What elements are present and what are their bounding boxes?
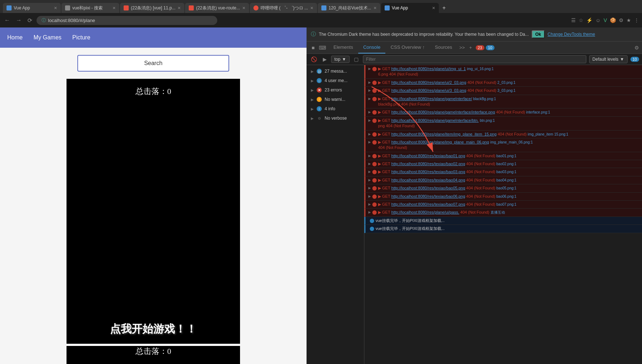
sidebar-item-messages[interactable]: ▶ ▤ 27 messa... <box>307 67 364 76</box>
tab-7-close[interactable]: ✕ <box>432 6 435 10</box>
reader-mode-icon[interactable]: ☰ <box>571 17 576 23</box>
messages-label: 27 messa... <box>325 69 347 74</box>
expand-msg-8[interactable]: ▶ <box>368 140 371 144</box>
inspect-element-button[interactable]: ■ <box>309 42 317 53</box>
expand-msg-5[interactable]: ▶ <box>368 110 371 114</box>
error-url-11[interactable]: http://localhost:8080/res/texiao/bao03.p… <box>391 170 465 174</box>
context-selector[interactable]: top ▼ <box>331 56 350 63</box>
bookmarks-icon[interactable]: ★ <box>626 17 631 23</box>
expand-msg-6[interactable]: ▶ <box>368 119 371 122</box>
error-url-4[interactable]: http://localhost:8080/res/plane/gameInte… <box>391 97 472 101</box>
error-url-8[interactable]: http://localhost:8080/res/plane/img_plan… <box>391 140 489 144</box>
start-game-text[interactable]: 点我开始游戏！！ <box>110 322 197 337</box>
sidebar-item-info[interactable]: ▶ i 4 info <box>307 104 364 114</box>
tab-2[interactable]: vue和pixi - 搜索 ✕ <box>61 3 119 13</box>
change-theme-link[interactable]: Change DevTools theme <box>548 32 595 37</box>
tab-2-close[interactable]: ✕ <box>112 6 116 10</box>
error-url-2[interactable]: http://localhost:8080/res/plane/ui/2_03.… <box>391 80 466 85</box>
error-url-1[interactable]: http://localhost:8080/res/plane/ui/img_u… <box>391 67 466 71</box>
expand-msg-10[interactable]: ▶ <box>368 162 371 166</box>
tab-1-icon <box>7 5 12 10</box>
expand-msg-16[interactable]: ▶ <box>368 210 371 214</box>
error-url-14[interactable]: http://localhost:8080/res/texiao/bao06.p… <box>391 194 465 198</box>
expand-msg-15[interactable]: ▶ <box>368 202 371 206</box>
nav-home[interactable]: Home <box>7 34 23 41</box>
console-message-6: ▶ ▶ GET http://localhost:8080/res/plane/… <box>364 117 642 130</box>
extensions-icon[interactable]: ⚡ <box>586 17 592 23</box>
forward-button[interactable]: → <box>14 16 23 24</box>
expand-msg-1[interactable]: ▶ <box>368 67 371 70</box>
tab-7[interactable]: Vue App ✕ <box>381 3 439 13</box>
game-canvas[interactable]: 总击落：0 点我开始游戏！！ 总击落：0 <box>67 79 240 364</box>
error-url-13[interactable]: http://localhost:8080/res/texiao/bao05.p… <box>391 186 465 190</box>
profile-icon[interactable]: ☺ <box>595 17 600 23</box>
preserve-log-button[interactable]: ▢ <box>352 56 360 63</box>
tab-4[interactable]: (22条消息) vue-route... ✕ <box>185 3 249 13</box>
devtools-settings-button[interactable]: ⚙ <box>634 45 639 51</box>
expand-msg-3[interactable]: ▶ <box>368 89 371 92</box>
tab-elements[interactable]: Elements <box>328 42 358 53</box>
sidebar-item-user-messages[interactable]: ▶ ☺ 4 user me... <box>307 76 364 85</box>
error-url-6[interactable]: http://localhost:8080/res/plane/gameInte… <box>391 118 479 123</box>
error-url-15[interactable]: http://localhost:8080/res/texiao/bao07.p… <box>391 202 465 206</box>
expand-msg-9[interactable]: ▶ <box>368 154 371 158</box>
vuejs-icon[interactable]: V <box>604 17 607 23</box>
clear-console-button[interactable]: 🚫 <box>309 56 318 63</box>
tab-5[interactable]: 哔哩哔哩 ( ゜- ゜)つロ ... ✕ <box>250 3 317 13</box>
error-url-10[interactable]: http://localhost:8080/res/texiao/bao02.p… <box>391 162 465 166</box>
msg-file-14: bao06.png:1 <box>496 194 517 198</box>
filter-toggle-button[interactable]: ▶ <box>321 56 328 63</box>
tab-6-close[interactable]: ✕ <box>373 6 377 10</box>
tab-css-overview[interactable]: CSS Overview ↑ <box>385 42 430 53</box>
tab-3-close[interactable]: ✕ <box>177 6 181 10</box>
star-icon[interactable]: ☆ <box>579 17 583 23</box>
info-icon-b1 <box>370 219 374 223</box>
sidebar-item-errors[interactable]: ▶ ✕ 23 errors <box>307 85 364 95</box>
expand-msg-12[interactable]: ▶ <box>368 178 371 182</box>
nav-picture[interactable]: Picture <box>72 34 90 41</box>
log-level-selector[interactable]: Default levels ▼ <box>589 55 628 63</box>
back-button[interactable]: ← <box>3 16 12 24</box>
error-url-7[interactable]: http://localhost:8080/res/plane/item/img… <box>391 132 497 136</box>
tab-6[interactable]: 120_尚硅谷Vue技术... ✕ <box>318 3 380 13</box>
tab-1-close[interactable]: ✕ <box>54 6 57 10</box>
msg-content-15: ▶ GET http://localhost:8080/res/texiao/b… <box>378 202 639 207</box>
expand-msg-2[interactable]: ▶ <box>368 81 371 84</box>
tab-console[interactable]: Console <box>358 42 386 53</box>
nav-my-games[interactable]: My Games <box>34 34 61 41</box>
expand-msg-11[interactable]: ▶ <box>368 170 371 174</box>
error-url-16[interactable]: http://localhost:8080/res/plane/ui/pass. <box>391 210 459 214</box>
reload-button[interactable]: ⟳ <box>26 16 34 25</box>
console-messages[interactable]: ▶ ▶ GET http://localhost:8080/res/plane/… <box>364 65 642 364</box>
address-bar[interactable]: ⓘ localhost:8080/#/plane <box>37 16 217 25</box>
settings-icon[interactable]: ⚙ <box>619 17 624 23</box>
sidebar-item-warnings[interactable]: ▶ ! No warni... <box>307 95 364 104</box>
tab-3[interactable]: (22条消息) [vue] 11.p... ✕ <box>120 3 184 13</box>
tab-4-close[interactable]: ✕ <box>242 6 245 10</box>
msg-content-13: ▶ GET http://localhost:8080/res/texiao/b… <box>378 185 639 191</box>
error-url-5[interactable]: http://localhost:8080/res/plane/gameInte… <box>391 110 495 114</box>
sidebar-item-verbose[interactable]: ▶ ⚙ No verbose <box>307 114 364 123</box>
tab-sources[interactable]: Sources <box>430 42 457 53</box>
cookie-icon[interactable]: 🍪 <box>610 17 616 23</box>
add-tab-button[interactable]: + <box>467 42 474 53</box>
error-url-9[interactable]: http://localhost:8080/res/texiao/bao01.p… <box>391 154 465 158</box>
filter-input[interactable] <box>363 55 586 63</box>
menu-icon[interactable]: ⋮ <box>634 17 639 23</box>
expand-msg-14[interactable]: ▶ <box>368 194 371 198</box>
expand-msg-7[interactable]: ▶ <box>368 132 371 136</box>
tab-5-close[interactable]: ✕ <box>310 6 313 10</box>
console-message-4: ▶ ▶ GET http://localhost:8080/res/plane/… <box>364 95 642 109</box>
error-url-3[interactable]: http://localhost:8080/res/plane/ui/3_03.… <box>391 88 466 93</box>
ok-button[interactable]: Ok <box>532 30 545 38</box>
expand-msg-4[interactable]: ▶ <box>368 97 371 100</box>
msg-content-3: ▶ GET http://localhost:8080/res/plane/ui… <box>378 88 639 93</box>
tab-1[interactable]: Vue App ✕ <box>3 3 61 13</box>
more-tabs-button[interactable]: >> <box>457 42 467 53</box>
search-input[interactable] <box>77 55 229 72</box>
error-icon-9 <box>372 154 377 158</box>
error-url-12[interactable]: http://localhost:8080/res/texiao/bao04.p… <box>391 178 465 182</box>
device-toolbar-button[interactable]: ⌨ <box>317 42 328 53</box>
expand-msg-13[interactable]: ▶ <box>368 186 371 190</box>
new-tab-button[interactable]: + <box>440 3 449 13</box>
